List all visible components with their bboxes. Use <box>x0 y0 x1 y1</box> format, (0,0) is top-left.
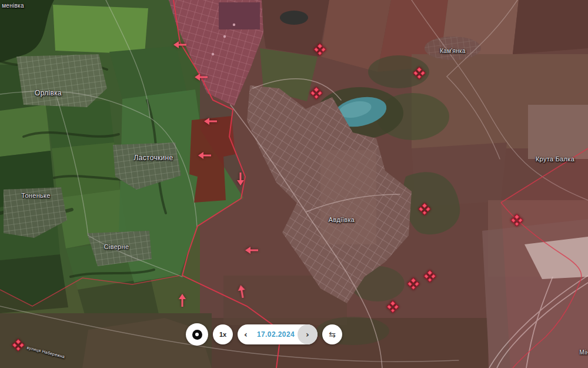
play-animation-button[interactable] <box>186 323 208 346</box>
playback-dot-icon <box>192 330 202 340</box>
previous-day-button[interactable]: ‹ <box>238 324 254 344</box>
date-value[interactable]: 17.02.2024 <box>254 330 298 339</box>
chevron-right-icon: › <box>306 330 309 339</box>
jump-to-latest-button[interactable]: ⇆ <box>322 324 342 344</box>
date-picker: ‹ 17.02.2024 › <box>238 324 318 344</box>
chevron-left-icon: ‹ <box>244 330 248 339</box>
satellite-imagery <box>0 0 588 368</box>
swap-arrows-icon: ⇆ <box>329 330 336 339</box>
timeline-controls: 1x ‹ 17.02.2024 › ⇆ <box>186 323 342 346</box>
map-viewport[interactable]: менівкаОрлівкаЛасточкинеТоненькеСівернеА… <box>0 0 588 368</box>
next-day-button[interactable]: › <box>298 324 318 344</box>
speed-button[interactable]: 1x <box>213 324 233 344</box>
